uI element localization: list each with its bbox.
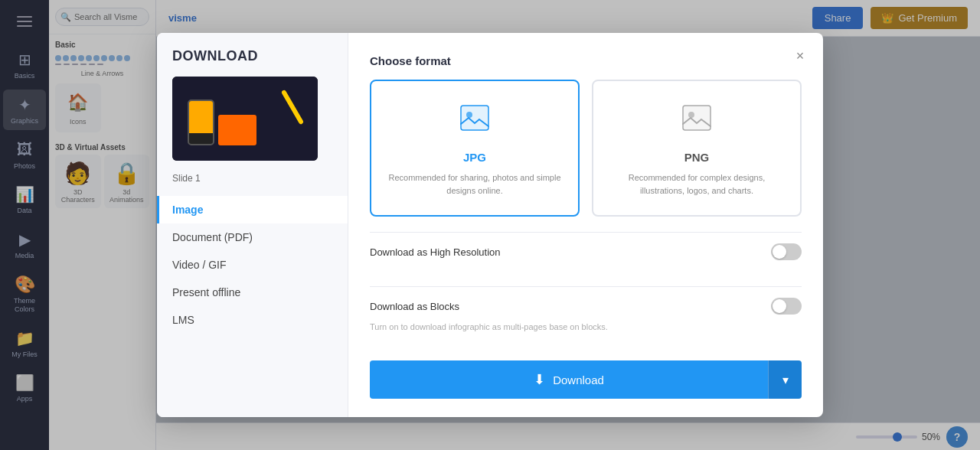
- modal-backdrop: DOWNLOAD Slide 1 Image Document (PDF) Vi…: [0, 0, 980, 450]
- high-resolution-toggle[interactable]: [771, 243, 802, 260]
- nav-item-present-offline[interactable]: Present offline: [157, 279, 348, 306]
- close-icon: ×: [796, 48, 805, 64]
- format-section-title: Choose format: [370, 54, 802, 67]
- format-card-jpg[interactable]: JPG Recommended for sharing, photos and …: [370, 80, 580, 217]
- format-cards: JPG Recommended for sharing, photos and …: [370, 80, 802, 217]
- thumb-phone: [188, 99, 214, 145]
- download-dropdown-button[interactable]: ▾: [768, 360, 802, 399]
- nav-item-document[interactable]: Document (PDF): [157, 223, 348, 251]
- high-resolution-label-wrap: Download as High Resolution: [370, 246, 501, 258]
- modal-title: DOWNLOAD: [157, 48, 348, 77]
- thumb-box: [218, 115, 256, 145]
- modal-main-content: Choose format JPG Recommended for shar: [348, 33, 823, 417]
- svg-rect-0: [461, 106, 488, 130]
- nav-item-video-label: Video / GIF: [172, 259, 227, 271]
- format-section: Choose format JPG Recommended for shar: [370, 54, 802, 217]
- png-icon: [678, 99, 715, 143]
- jpg-description: Recommended for sharing, photos and simp…: [384, 171, 566, 197]
- jpg-icon: [456, 99, 493, 143]
- nav-item-present-offline-label: Present offline: [172, 286, 240, 298]
- svg-point-3: [688, 112, 694, 118]
- modal-close-button[interactable]: ×: [789, 45, 811, 67]
- nav-item-video[interactable]: Video / GIF: [157, 251, 348, 279]
- nav-item-image-label: Image: [172, 204, 203, 216]
- blocks-toggle-knob: [773, 299, 786, 313]
- download-button[interactable]: ⬇ Download: [370, 360, 768, 399]
- svg-rect-2: [683, 106, 710, 130]
- slide-label: Slide 1: [157, 173, 348, 196]
- download-row: ⬇ Download ▾: [370, 360, 802, 399]
- thumbnail-content: [172, 77, 318, 161]
- download-icon: ⬇: [534, 371, 545, 388]
- svg-point-1: [466, 112, 472, 118]
- blocks-note: Turn on to download infographic as multi…: [370, 322, 802, 331]
- download-modal: DOWNLOAD Slide 1 Image Document (PDF) Vi…: [157, 33, 823, 417]
- high-resolution-row: Download as High Resolution: [370, 232, 802, 271]
- blocks-label: Download as Blocks: [370, 301, 459, 312]
- png-description: Recommended for complex designs, illustr…: [606, 171, 788, 197]
- nav-item-document-label: Document (PDF): [172, 231, 253, 243]
- high-resolution-label: Download as High Resolution: [370, 246, 501, 258]
- nav-item-image[interactable]: Image: [157, 196, 348, 223]
- download-button-label: Download: [553, 373, 604, 386]
- modal-thumbnail: [172, 77, 318, 161]
- high-resolution-toggle-knob: [773, 245, 786, 259]
- format-card-png[interactable]: PNG Recommended for complex designs, ill…: [592, 80, 802, 217]
- jpg-label: JPG: [463, 151, 486, 164]
- png-label: PNG: [684, 151, 710, 164]
- nav-item-lms-label: LMS: [172, 314, 194, 326]
- thumb-pencil: [281, 90, 304, 125]
- blocks-row: Download as Blocks Turn on to download i…: [370, 286, 802, 342]
- blocks-toggle-row: Download as Blocks: [370, 298, 802, 315]
- nav-item-lms[interactable]: LMS: [157, 306, 348, 334]
- thumb-phone-screen: [189, 101, 213, 133]
- blocks-toggle[interactable]: [771, 298, 802, 315]
- download-dropdown-arrow: ▾: [782, 373, 789, 387]
- modal-nav: DOWNLOAD Slide 1 Image Document (PDF) Vi…: [157, 33, 348, 417]
